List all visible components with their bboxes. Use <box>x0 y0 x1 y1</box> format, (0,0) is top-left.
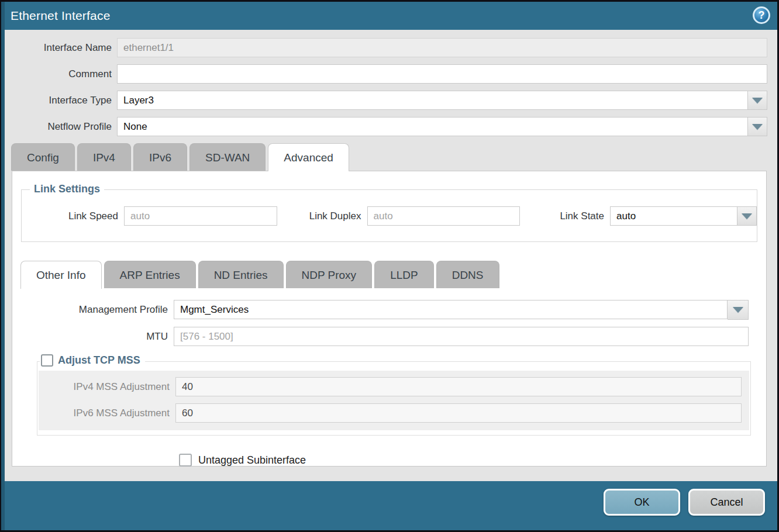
link-state-field[interactable] <box>610 206 737 226</box>
link-settings-fieldset: Link Settings Link Speed Link Duplex Lin… <box>21 189 757 242</box>
interface-name-row: Interface Name <box>1 38 777 57</box>
advanced-tab-panel: Link Settings Link Speed Link Duplex Lin… <box>12 171 767 467</box>
dialog-title: Ethernet Interface <box>11 9 111 23</box>
other-info-panel: Management Profile MTU Adjust TCP <box>20 288 758 467</box>
tab-ddns[interactable]: DDNS <box>436 261 499 288</box>
interface-name-label: Interface Name <box>1 42 117 54</box>
ok-button[interactable]: OK <box>604 489 680 516</box>
adjust-tcp-mss-fieldset: Adjust TCP MSS IPv4 MSS Adjustment IPv6 … <box>37 361 751 436</box>
ipv4-mss-label: IPv4 MSS Adjustment <box>39 381 175 393</box>
interface-name-field <box>117 38 767 57</box>
tab-sd-wan[interactable]: SD-WAN <box>189 143 266 171</box>
cancel-button[interactable]: Cancel <box>688 489 765 516</box>
link-speed-field[interactable] <box>124 206 277 226</box>
tab-lldp[interactable]: LLDP <box>374 261 434 288</box>
link-speed-label: Link Speed <box>22 210 124 222</box>
tab-other-info[interactable]: Other Info <box>20 261 102 289</box>
link-settings-legend: Link Settings <box>30 183 104 195</box>
chevron-down-icon <box>752 124 763 130</box>
netflow-profile-row: Netflow Profile <box>1 117 777 136</box>
tab-ndp-proxy[interactable]: NDP Proxy <box>286 261 373 288</box>
ipv4-mss-row: IPv4 MSS Adjustment <box>39 377 749 396</box>
management-profile-label: Management Profile <box>20 304 174 316</box>
main-tabstrip: Config IPv4 IPv6 SD-WAN Advanced <box>1 143 777 171</box>
help-icon[interactable]: ? <box>753 6 770 24</box>
chevron-down-icon <box>733 307 743 313</box>
link-state-label: Link State <box>557 210 610 222</box>
ipv4-mss-field <box>175 377 742 396</box>
adjust-tcp-mss-legend: Adjust TCP MSS <box>40 354 145 367</box>
ipv6-mss-field <box>175 403 742 423</box>
mtu-row: MTU <box>20 327 758 347</box>
ethernet-interface-dialog: Ethernet Interface ? Interface Name Comm… <box>0 0 779 532</box>
adjust-tcp-mss-body: IPv4 MSS Adjustment IPv6 MSS Adjustment <box>39 371 749 430</box>
chevron-down-icon <box>742 213 752 219</box>
adjust-tcp-mss-label: Adjust TCP MSS <box>58 354 140 367</box>
tab-arp-entries[interactable]: ARP Entries <box>104 261 196 288</box>
untagged-subinterface-checkbox[interactable] <box>179 454 192 467</box>
netflow-profile-dropdown-button[interactable] <box>748 117 767 136</box>
management-profile-row: Management Profile <box>20 300 758 320</box>
untagged-subinterface-label: Untagged Subinterface <box>198 454 306 467</box>
tab-advanced[interactable]: Advanced <box>268 143 349 171</box>
interface-type-label: Interface Type <box>1 95 117 106</box>
interface-type-dropdown-button[interactable] <box>748 91 767 110</box>
chevron-down-icon <box>752 98 763 103</box>
tab-ipv4[interactable]: IPv4 <box>77 143 131 171</box>
interface-type-field[interactable] <box>117 91 748 110</box>
tab-nd-entries[interactable]: ND Entries <box>198 261 284 288</box>
link-duplex-label: Link Duplex <box>304 210 367 222</box>
comment-field[interactable] <box>117 64 767 84</box>
dialog-footer: OK Cancel <box>1 481 777 530</box>
sub-tabstrip: Other Info ARP Entries ND Entries NDP Pr… <box>20 261 758 288</box>
mtu-field[interactable] <box>174 327 749 346</box>
interface-type-row: Interface Type <box>1 91 777 110</box>
untagged-subinterface-row: Untagged Subinterface <box>20 454 758 467</box>
ipv6-mss-row: IPv6 MSS Adjustment <box>39 403 749 423</box>
management-profile-dropdown-button[interactable] <box>728 300 749 320</box>
link-state-dropdown-button[interactable] <box>737 206 757 226</box>
mtu-label: MTU <box>20 331 174 343</box>
comment-row: Comment <box>1 64 777 84</box>
top-form: Interface Name Comment Interface Type Ne… <box>1 30 777 136</box>
comment-label: Comment <box>1 68 117 80</box>
dialog-titlebar: Ethernet Interface ? <box>1 2 777 30</box>
link-duplex-field[interactable] <box>367 206 521 226</box>
tab-config[interactable]: Config <box>11 143 75 171</box>
window-frame-accent <box>1 2 5 530</box>
ipv6-mss-label: IPv6 MSS Adjustment <box>39 407 175 419</box>
adjust-tcp-mss-checkbox[interactable] <box>41 354 53 367</box>
netflow-profile-field[interactable] <box>117 117 748 136</box>
netflow-profile-label: Netflow Profile <box>1 121 117 133</box>
tab-ipv6[interactable]: IPv6 <box>133 143 187 171</box>
management-profile-field[interactable] <box>174 300 728 319</box>
